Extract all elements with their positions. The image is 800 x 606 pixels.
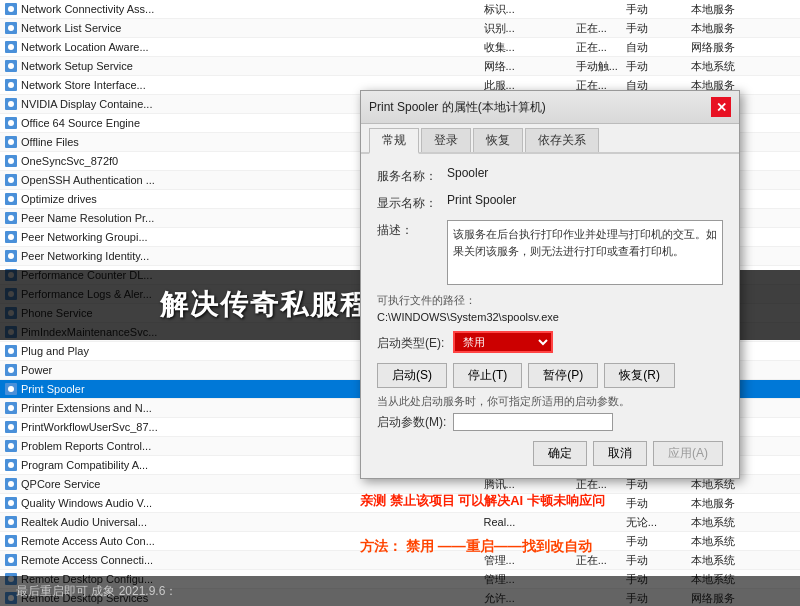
service-icon	[4, 154, 18, 168]
service-start: 无论...	[622, 513, 687, 532]
notice-method-text: 方法： 禁用 ——重启——找到改自动	[360, 538, 592, 554]
service-icon	[4, 192, 18, 206]
service-desc: 标识...	[480, 0, 572, 19]
service-logon: 本地系统	[687, 513, 800, 532]
svg-point-7	[8, 63, 14, 69]
service-icon	[4, 496, 18, 510]
stop-button[interactable]: 停止(T)	[453, 363, 522, 388]
resume-button[interactable]: 恢复(R)	[604, 363, 675, 388]
service-name: Problem Reports Control...	[21, 440, 151, 452]
svg-point-21	[8, 196, 14, 202]
service-start: 手动	[622, 0, 687, 19]
description-box[interactable]: 该服务在后台执行打印作业并处理与打印机的交互。如果关闭该服务，则无法进行打印或查…	[447, 220, 723, 285]
service-icon	[4, 78, 18, 92]
startup-label: 启动类型(E):	[377, 333, 447, 352]
svg-point-45	[8, 424, 14, 430]
start-params-input[interactable]	[453, 413, 613, 431]
display-name-value: Print Spooler	[447, 193, 516, 207]
service-icon	[4, 477, 18, 491]
service-name: Office 64 Source Engine	[21, 117, 140, 129]
service-name: Network Connectivity Ass...	[21, 3, 154, 15]
notice-method: 方法： 禁用 ——重启——找到改自动	[360, 538, 740, 556]
notice-red-text: 亲测 禁止该项目 可以解决AI 卡顿未响应问	[360, 493, 605, 508]
svg-point-43	[8, 405, 14, 411]
service-start: 自动	[622, 38, 687, 57]
service-name: Print Spooler	[21, 383, 85, 395]
dialog-titlebar: Print Spooler 的属性(本地计算机) ✕	[361, 91, 739, 124]
service-status: 手动触...	[572, 57, 622, 76]
service-name: NVIDIA Display Containe...	[21, 98, 152, 110]
service-logon: 本地系统	[687, 57, 800, 76]
display-name-label: 显示名称：	[377, 193, 447, 212]
service-desc: 收集...	[480, 38, 572, 57]
service-name-label: 服务名称：	[377, 166, 447, 185]
svg-point-5	[8, 44, 14, 50]
start-button[interactable]: 启动(S)	[377, 363, 447, 388]
svg-point-13	[8, 120, 14, 126]
svg-point-57	[8, 538, 14, 544]
startup-row: 启动类型(E): 禁用 手动 自动 自动(延迟启动)	[377, 331, 723, 353]
ok-button[interactable]: 确定	[533, 441, 587, 466]
svg-point-39	[8, 367, 14, 373]
cancel-button[interactable]: 取消	[593, 441, 647, 466]
svg-point-41	[8, 386, 14, 392]
startup-select[interactable]: 禁用 手动 自动 自动(延迟启动)	[453, 331, 553, 353]
tab-general[interactable]: 常规	[369, 128, 419, 154]
service-name: Power	[21, 364, 52, 376]
service-name: Quality Windows Audio V...	[21, 497, 152, 509]
service-name: OneSyncSvc_872f0	[21, 155, 118, 167]
service-icon	[4, 363, 18, 377]
service-name: Offline Files	[21, 136, 79, 148]
service-logon: 本地服务	[687, 19, 800, 38]
tab-login[interactable]: 登录	[421, 128, 471, 152]
svg-point-11	[8, 101, 14, 107]
svg-point-59	[8, 557, 14, 563]
service-icon	[4, 401, 18, 415]
display-name-row: 显示名称： Print Spooler	[377, 193, 723, 212]
service-icon	[4, 515, 18, 529]
service-name: PrintWorkflowUserSvc_87...	[21, 421, 158, 433]
service-icon	[4, 458, 18, 472]
service-name: Network Location Aware...	[21, 41, 149, 53]
svg-point-53	[8, 500, 14, 506]
table-row[interactable]: Network Setup Service网络...手动触...手动本地系统	[0, 57, 800, 76]
table-row[interactable]: Network List Service识别...正在...手动本地服务	[0, 19, 800, 38]
service-icon	[4, 439, 18, 453]
tab-dependencies[interactable]: 依存关系	[525, 128, 599, 152]
description-label: 描述：	[377, 220, 447, 239]
service-name: QPCore Service	[21, 478, 100, 490]
table-row[interactable]: Network Connectivity Ass...标识...手动本地服务	[0, 0, 800, 19]
apply-button[interactable]: 应用(A)	[653, 441, 723, 466]
service-icon	[4, 2, 18, 16]
service-name: Remote Access Auto Con...	[21, 535, 155, 547]
properties-dialog: Print Spooler 的属性(本地计算机) ✕ 常规 登录 恢复 依存关系…	[360, 90, 740, 479]
service-name: Remote Access Connecti...	[21, 554, 153, 566]
param-label: 当从此处启动服务时，你可指定所适用的启动参数。	[377, 394, 723, 409]
table-row[interactable]: Realtek Audio Universal...Real...无论...本地…	[0, 513, 800, 532]
dialog-body: 服务名称： Spooler 显示名称： Print Spooler 描述： 该服…	[361, 154, 739, 478]
notice-red: 亲测 禁止该项目 可以解决AI 卡顿未响应问	[360, 492, 740, 510]
service-icon	[4, 97, 18, 111]
service-icon	[4, 135, 18, 149]
description-row: 描述： 该服务在后台执行打印作业并处理与打印机的交互。如果关闭该服务，则无法进行…	[377, 220, 723, 285]
svg-point-25	[8, 234, 14, 240]
start-params-row: 启动参数(M):	[377, 412, 723, 431]
service-logon: 网络服务	[687, 38, 800, 57]
service-icon	[4, 40, 18, 54]
service-name: Printer Extensions and N...	[21, 402, 152, 414]
svg-point-1	[8, 6, 14, 12]
service-name: Peer Networking Identity...	[21, 250, 149, 262]
service-name: Plug and Play	[21, 345, 89, 357]
table-row[interactable]: Network Location Aware...收集...正在...自动网络服…	[0, 38, 800, 57]
svg-point-15	[8, 139, 14, 145]
dialog-close-button[interactable]: ✕	[711, 97, 731, 117]
svg-point-37	[8, 348, 14, 354]
service-icon	[4, 553, 18, 567]
service-desc: Real...	[480, 513, 572, 532]
service-icon	[4, 249, 18, 263]
pause-button[interactable]: 暂停(P)	[528, 363, 598, 388]
service-name: Network Store Interface...	[21, 79, 146, 91]
service-name: Network Setup Service	[21, 60, 133, 72]
bottom-bar-text: 最后重启即可 成象 2021.9.6：	[16, 583, 177, 600]
tab-recovery[interactable]: 恢复	[473, 128, 523, 152]
